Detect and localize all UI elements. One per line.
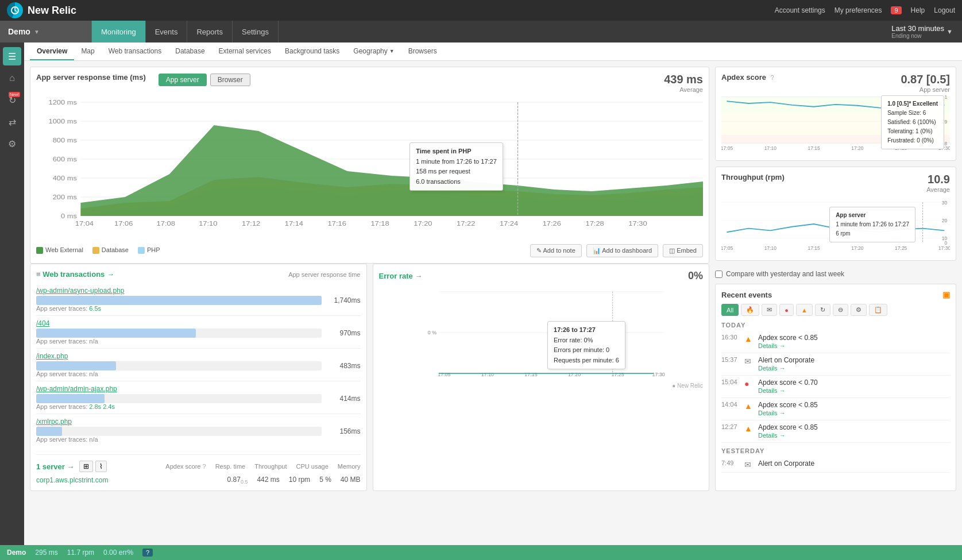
apdex-value-col: 0.87 [0.5] App server (901, 73, 950, 93)
event-link-1[interactable]: Details → (758, 342, 786, 349)
servers-title[interactable]: 1 server → (36, 462, 75, 471)
event-time-5: 12:27 (721, 423, 740, 430)
tx-value-5: 156ms (326, 427, 361, 435)
svg-text:0 ms: 0 ms (61, 213, 77, 219)
subnav-background-tasks[interactable]: Background tasks (278, 43, 346, 60)
tx-name-4[interactable]: /wp-admin/admin-ajax.php (36, 385, 361, 393)
sidebar-icon-menu[interactable]: ☰ (3, 47, 21, 65)
embed-btn[interactable]: ◫ Embed (663, 244, 703, 257)
subnav-overview[interactable]: Overview (30, 43, 74, 60)
tx-name-1[interactable]: /wp-admin/async-upload.php (36, 287, 361, 295)
subnav-external-services[interactable]: External services (212, 43, 278, 60)
help-link[interactable]: Help (911, 6, 925, 14)
event-link-4[interactable]: Details → (758, 410, 786, 416)
event-link-5[interactable]: Details → (758, 432, 786, 439)
tx-traces-3: App server traces: n/a (36, 370, 361, 377)
main-content: App server response time (ms) App server… (24, 61, 962, 497)
tx-bar-bg-4 (36, 394, 322, 403)
nav-reports[interactable]: Reports (187, 21, 233, 43)
servers-col-headers: Apdex score ? Resp. time Throughput CPU … (165, 463, 360, 470)
svg-text:30: 30 (942, 200, 948, 206)
svg-text:800 ms: 800 ms (53, 137, 78, 143)
add-to-dashboard-btn[interactable]: 📊 Add to dashboard (586, 244, 658, 257)
filter-doc-btn[interactable]: 📋 (869, 304, 887, 316)
filter-all-btn[interactable]: All (721, 304, 739, 316)
compare-checkbox[interactable] (715, 271, 723, 278)
filter-refresh-btn[interactable]: ↻ (815, 304, 830, 316)
tx-row-1: /wp-admin/async-upload.php 1,740ms App s… (36, 283, 361, 316)
nav-events[interactable]: Events (146, 21, 188, 43)
sidebar-icon-new[interactable]: New! ↻ (3, 91, 21, 109)
svg-text:17:25: 17:25 (895, 245, 907, 251)
tx-name-2[interactable]: /404 (36, 319, 361, 327)
apdex-panel: Apdex score ? 0.87 [0.5] App server (715, 67, 956, 161)
my-preferences-link[interactable]: My preferences (834, 6, 882, 14)
legend-database: Database (92, 246, 129, 254)
tx-bar-row-4: 414ms (36, 394, 361, 403)
filter-gear-btn[interactable]: ⚙ (851, 304, 867, 316)
new-relic-watermark: ● New Relic (379, 383, 704, 389)
event-icon-1: ▲ (744, 334, 754, 343)
svg-text:17:20: 17:20 (851, 145, 864, 151)
event-title-1: Apdex score < 0.85 (758, 334, 950, 342)
nav-settings[interactable]: Settings (233, 21, 279, 43)
filter-minus-btn[interactable]: ⊖ (833, 304, 848, 316)
svg-text:1: 1 (945, 95, 948, 100)
sidebar-icon-share[interactable]: ⇄ (3, 113, 21, 131)
svg-text:17:25: 17:25 (895, 145, 907, 151)
tx-name-5[interactable]: /xmlrpc.php (36, 418, 361, 426)
filter-mail-btn[interactable]: ✉ (762, 304, 777, 316)
col-apdex: Apdex score ? (165, 463, 206, 470)
apdex-title-row: Apdex score ? (721, 73, 774, 82)
svg-text:17:15: 17:15 (808, 145, 820, 151)
apdex-help-btn[interactable]: ? (770, 74, 774, 81)
event-1227: 12:27 ▲ Apdex score < 0.85 Details → (721, 420, 950, 443)
web-transactions-panel: ≡ Web transactions → App server response… (30, 264, 367, 491)
server-row-1: corp1.aws.plcstrint.com 0.870.5 442 ms 1… (36, 476, 361, 485)
tx-trace-link-4b[interactable]: 2.4s (103, 403, 115, 410)
error-rate-title[interactable]: Error rate → (379, 272, 423, 280)
subnav-database[interactable]: Database (168, 43, 211, 60)
toggle-browser-btn[interactable]: Browser (210, 74, 250, 86)
toggle-app-server-btn[interactable]: App server (159, 74, 207, 86)
nav-monitoring[interactable]: Monitoring (92, 21, 146, 43)
svg-text:600 ms: 600 ms (53, 156, 78, 162)
apdex-help-icon[interactable]: ? (203, 463, 206, 470)
svg-text:200 ms: 200 ms (53, 194, 78, 200)
servers-section: 1 server → ⊞ ⌇ Apdex score ? Resp. time … (36, 454, 361, 485)
sidebar-icon-tools[interactable]: ⚙ (3, 134, 21, 153)
subnav-geography[interactable]: Geography ▼ (346, 43, 401, 60)
event-link-2[interactable]: Details → (758, 365, 786, 372)
server-name-1[interactable]: corp1.aws.plcstrint.com (36, 476, 108, 484)
filter-fire-btn[interactable]: 🔥 (741, 304, 759, 316)
tx-name-3[interactable]: /index.php (36, 352, 361, 360)
account-settings-link[interactable]: Account settings (775, 6, 825, 14)
tx-row-2: /404 970ms App server traces: n/a (36, 316, 361, 349)
servers-grid-view-btn[interactable]: ⊞ (79, 461, 93, 472)
svg-text:17:30: 17:30 (652, 372, 664, 377)
event-content-4: Apdex score < 0.85 Details → (758, 401, 950, 417)
throughput-chart-container: 30 20 10 0 17:05 17:10 17:15 17:20 17:25… (721, 195, 950, 254)
rss-icon[interactable]: ▣ (942, 290, 950, 299)
event-time-4: 14:04 (721, 401, 740, 408)
filter-warn-btn[interactable]: ▲ (796, 304, 813, 316)
app-name-selector[interactable]: Demo ▼ (0, 21, 92, 43)
tx-trace-link-1[interactable]: 6.5s (89, 305, 101, 312)
subnav-browsers[interactable]: Browsers (401, 43, 444, 60)
notification-badge[interactable]: 9 (891, 6, 901, 14)
event-link-3[interactable]: Details → (758, 387, 786, 394)
add-to-note-btn[interactable]: ✎ Add to note (530, 244, 582, 257)
time-range-selector[interactable]: Last 30 minutes Ending now ▼ (891, 21, 962, 43)
tx-trace-link-4a[interactable]: 2.8s (89, 403, 101, 410)
subnav-map[interactable]: Map (74, 43, 101, 60)
servers-chart-view-btn[interactable]: ⌇ (95, 461, 107, 472)
subnav-web-transactions[interactable]: Web transactions (102, 43, 169, 60)
tx-bar-row-3: 483ms (36, 361, 361, 370)
chart-controls: App server response time (ms) App server… (36, 73, 250, 86)
tx-row-5: /xmlrpc.php 156ms App server traces: n/a (36, 414, 361, 446)
sidebar-icon-home[interactable]: ⌂ (3, 69, 21, 87)
web-transactions-header: ≡ Web transactions → App server response… (36, 270, 361, 279)
web-transactions-title[interactable]: ≡ Web transactions → (36, 270, 114, 279)
filter-red-btn[interactable]: ● (779, 304, 794, 316)
logout-link[interactable]: Logout (934, 6, 955, 14)
